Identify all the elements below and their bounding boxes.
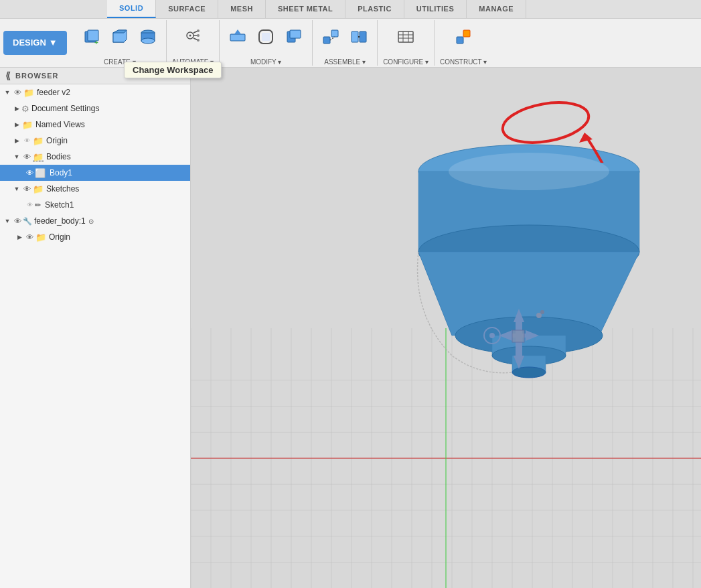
design-dropdown-arrow: ▼: [49, 38, 58, 48]
svg-rect-23: [323, 37, 330, 44]
tab-mesh[interactable]: MESH: [218, 0, 266, 18]
expand-icon[interactable]: ▶: [12, 104, 21, 113]
expand-icon[interactable]: ▼: [12, 152, 21, 161]
tree-item-named-views[interactable]: ▶ 📁 Named Views: [0, 117, 190, 133]
visibility-icon[interactable]: 👁: [24, 200, 35, 210]
svg-rect-17: [230, 34, 245, 41]
construct-icon-button[interactable]: [451, 24, 476, 50]
configure-group: CONFIGURE ▾: [378, 20, 435, 66]
table-button[interactable]: [393, 24, 418, 50]
button-bar: DESIGN ▼ +: [0, 19, 701, 67]
configure-icons: [393, 20, 418, 50]
change-workspace-tooltip: Change Workspace: [124, 62, 222, 78]
design-label: DESIGN: [13, 38, 46, 48]
tab-bar: SOLID SURFACE MESH SHEET METAL PLASTIC U…: [0, 0, 701, 19]
configure-label[interactable]: CONFIGURE ▾: [383, 58, 429, 66]
svg-point-16: [197, 39, 200, 42]
visibility-icon[interactable]: 👁: [24, 167, 35, 178]
tab-solid[interactable]: SOLID: [107, 0, 156, 18]
new-joint-button[interactable]: [318, 24, 343, 50]
tree-item-sketch1[interactable]: 👁 ✏ Sketch1: [0, 197, 190, 213]
sketch-icon: ✏: [35, 201, 41, 210]
visibility-icon[interactable]: 👁: [12, 87, 23, 98]
body-icon: ⬜: [35, 168, 46, 178]
svg-rect-29: [398, 31, 413, 42]
assemble-icons: [318, 20, 372, 50]
tree-item-feeder-body[interactable]: ▼ 👁 🔧 feeder_body:1 ⊙: [0, 213, 190, 229]
tab-surface[interactable]: SURFACE: [156, 0, 218, 18]
tab-manage[interactable]: MANAGE: [467, 0, 526, 18]
visibility-icon[interactable]: 👁: [12, 216, 23, 226]
box-button[interactable]: [107, 24, 133, 50]
automate-icons: [180, 20, 206, 50]
new-component-button[interactable]: +: [79, 24, 104, 50]
construct-label[interactable]: CONSTRUCT ▾: [440, 58, 487, 66]
tree-item-feeder-v2[interactable]: ▼ 👁 📁 feeder v2: [0, 84, 190, 100]
press-pull-button[interactable]: [225, 24, 250, 50]
toolbar: SOLID SURFACE MESH SHEET METAL PLASTIC U…: [0, 0, 701, 68]
move-gizmo[interactable]: [479, 289, 559, 382]
expand-icon[interactable]: ▶: [12, 120, 21, 129]
modify-more-button[interactable]: [281, 24, 307, 50]
svg-point-14: [197, 29, 200, 32]
assemble-label[interactable]: ASSEMBLE ▾: [324, 58, 366, 66]
tree-item-label: Sketch1: [45, 200, 74, 210]
tree-item-bodies[interactable]: ▼ 👁 📁 Bodies: [0, 149, 190, 165]
tree-item-sketches[interactable]: ▼ 👁 📁 Sketches: [0, 181, 190, 197]
tree-item-body1[interactable]: 👁 ⬜ Body1: [0, 165, 190, 181]
create-group: +: [74, 20, 167, 66]
tree-item-label: Origin: [46, 136, 68, 145]
browser-collapse-icon[interactable]: ⟪: [5, 70, 11, 81]
svg-text:+: +: [94, 39, 98, 46]
cylinder-button[interactable]: [135, 24, 161, 50]
tree-item-label: Named Views: [35, 120, 85, 129]
tree-item-origin[interactable]: ▶ 👁 📁 Origin: [0, 133, 190, 149]
component-icon: 🔧: [23, 217, 32, 226]
expand-icon[interactable]: ▶: [15, 232, 24, 242]
tab-sheet-metal[interactable]: SHEET METAL: [266, 0, 345, 18]
viewport[interactable]: [191, 68, 701, 588]
create-icons: +: [79, 20, 161, 50]
modify-group: MODIFY ▾: [220, 20, 313, 66]
svg-marker-18: [234, 29, 241, 34]
folder-icon: 📁: [23, 86, 35, 98]
svg-point-96: [536, 313, 542, 318]
svg-line-25: [330, 37, 335, 40]
svg-rect-95: [512, 330, 524, 342]
expand-icon[interactable]: ▶: [12, 136, 21, 145]
folder-icon: 📁: [35, 231, 47, 243]
svg-marker-88: [499, 330, 512, 341]
tree-item-label: Sketches: [46, 184, 79, 194]
svg-rect-22: [290, 30, 301, 38]
tree-item-doc-settings[interactable]: ▶ ⚙ Document Settings: [0, 100, 190, 117]
svg-rect-24: [331, 30, 338, 37]
assemble-2-button[interactable]: [346, 24, 372, 50]
svg-point-97: [540, 310, 544, 314]
visibility-icon[interactable]: 👁: [21, 151, 32, 162]
svg-point-10: [189, 34, 191, 36]
visibility-icon[interactable]: 👁: [21, 183, 32, 194]
automate-group: AUTOMATE ▾: [167, 20, 220, 66]
automate-button[interactable]: [180, 24, 206, 50]
modify-icons: [225, 20, 307, 50]
3d-object: [385, 128, 680, 429]
expand-icon[interactable]: ▼: [3, 216, 12, 226]
visibility-icon[interactable]: 👁: [24, 232, 35, 242]
circle-dot-icon: ⊙: [88, 218, 94, 225]
tree-item-origin2[interactable]: ▶ 👁 📁 Origin: [0, 229, 190, 245]
svg-point-98: [499, 96, 592, 149]
svg-marker-90: [526, 330, 539, 341]
assemble-group: ASSEMBLE ▾: [313, 20, 378, 66]
svg-marker-91: [514, 309, 524, 322]
tab-plastic[interactable]: PLASTIC: [345, 0, 404, 18]
design-button[interactable]: DESIGN ▼: [3, 31, 67, 55]
fillet-button[interactable]: [253, 24, 279, 50]
visibility-icon[interactable]: 👁: [21, 135, 32, 146]
tree-item-label: feeder v2: [37, 88, 70, 97]
gear-icon: ⚙: [21, 104, 29, 114]
folder-icon: 📁: [21, 119, 33, 131]
expand-icon[interactable]: ▼: [3, 88, 12, 97]
tab-utilities[interactable]: UTILITIES: [404, 0, 467, 18]
expand-icon[interactable]: ▼: [12, 184, 21, 194]
modify-label[interactable]: MODIFY ▾: [250, 58, 281, 66]
